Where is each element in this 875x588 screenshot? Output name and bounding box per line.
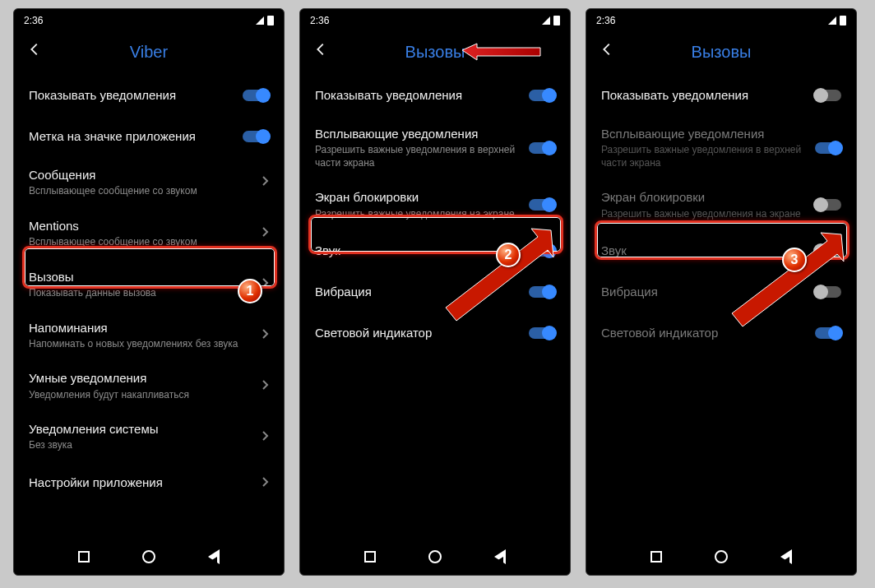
back-button[interactable]: [598, 40, 618, 63]
row-subtitle: Разрешить важные уведомления в верхней ч…: [315, 144, 529, 169]
chevron-right-icon: [261, 475, 269, 492]
toggle-switch: [815, 245, 841, 257]
row-title: Всплывающие уведомления: [601, 126, 815, 142]
nav-recent-button[interactable]: [650, 551, 662, 563]
row-title: Световой индикатор: [315, 325, 529, 341]
signal-icon: [256, 16, 264, 25]
signal-icon: [828, 16, 836, 25]
settings-row[interactable]: Световой индикатор: [300, 313, 570, 354]
page-title: Вызовы: [586, 43, 856, 62]
settings-row[interactable]: Всплывающие уведомленияРазрешить важные …: [300, 116, 570, 179]
settings-row[interactable]: Уведомления системыБез звука: [14, 411, 284, 462]
signal-icon: [542, 16, 550, 25]
row-subtitle: Разрешить важные уведомления в верхней ч…: [601, 144, 815, 169]
row-title: Всплывающие уведомления: [315, 126, 529, 142]
toggle-switch[interactable]: [529, 90, 555, 101]
row-subtitle: Всплывающее сообщение со звуком: [29, 185, 261, 198]
nav-bar: [14, 539, 284, 575]
toggle-switch: [815, 327, 841, 339]
back-button[interactable]: [312, 40, 331, 63]
row-title: Уведомления системы: [29, 421, 261, 438]
row-title: Экран блокировки: [601, 189, 815, 206]
nav-back-button[interactable]: [494, 549, 506, 564]
settings-row[interactable]: Экран блокировкиРазрешить важные уведомл…: [586, 179, 856, 230]
settings-row[interactable]: Звук: [300, 230, 570, 271]
toggle-switch[interactable]: [529, 199, 555, 211]
step-badge-1: 1: [238, 279, 262, 303]
status-time: 2:36: [310, 15, 329, 26]
settings-row[interactable]: Показывать уведомления: [14, 75, 284, 116]
row-title: Показывать уведомления: [601, 87, 815, 104]
row-title: Настройки приложения: [29, 475, 261, 491]
row-subtitle: Напоминать о новых уведомлениях без звук…: [29, 338, 261, 351]
settings-list: Показывать уведомленияМетка на значке пр…: [14, 72, 284, 539]
status-icons: [542, 16, 560, 25]
row-title: Экран блокировки: [315, 189, 529, 206]
settings-row[interactable]: Вибрация: [300, 271, 570, 313]
settings-row[interactable]: Звук: [586, 230, 856, 271]
row-title: Mentions: [29, 218, 261, 234]
header: Вызовы: [586, 32, 856, 72]
settings-row[interactable]: Показывать уведомления: [586, 75, 856, 116]
row-title: Световой индикатор: [601, 325, 815, 341]
chevron-right-icon: [261, 428, 269, 446]
step-badge-2: 2: [496, 243, 521, 267]
settings-row[interactable]: Настройки приложения: [14, 462, 284, 503]
header: Вызовы: [300, 32, 570, 72]
settings-row[interactable]: Умные уведомленияУведомления будут накап…: [14, 360, 284, 411]
settings-row[interactable]: Показывать уведомления: [300, 75, 570, 116]
phone-screen-2: 2:36 Вызовы Показывать уведомленияВсплыв…: [299, 8, 571, 576]
row-subtitle: Показывать данные вызова: [29, 287, 261, 300]
nav-home-button[interactable]: [428, 550, 442, 563]
nav-recent-button[interactable]: [78, 551, 90, 563]
battery-icon: [840, 16, 846, 25]
status-bar: 2:36: [586, 9, 856, 32]
settings-row[interactable]: Метка на значке приложения: [14, 116, 284, 157]
chevron-right-icon: [261, 225, 269, 242]
page-title: Viber: [14, 43, 284, 62]
row-subtitle: Без звука: [29, 439, 261, 452]
toggle-switch: [815, 199, 841, 211]
toggle-switch[interactable]: [815, 90, 841, 101]
row-title: Метка на значке приложения: [29, 128, 243, 145]
status-icons: [256, 16, 274, 25]
nav-back-button[interactable]: [780, 549, 792, 564]
nav-recent-button[interactable]: [364, 551, 376, 563]
step-badge-3: 3: [782, 248, 807, 272]
row-title: Сообщения: [29, 167, 261, 183]
settings-row[interactable]: Световой индикатор: [586, 313, 856, 354]
status-time: 2:36: [596, 15, 615, 26]
settings-row[interactable]: Экран блокировкиРазрешить важные уведомл…: [300, 179, 570, 230]
nav-back-button[interactable]: [208, 549, 220, 564]
battery-icon: [267, 16, 274, 25]
chevron-right-icon: [261, 174, 269, 191]
toggle-switch: [815, 142, 841, 154]
nav-bar: [300, 539, 570, 575]
toggle-switch[interactable]: [529, 286, 555, 298]
row-title: Показывать уведомления: [29, 87, 243, 104]
chevron-right-icon: [261, 377, 269, 395]
row-title: Умные уведомления: [29, 370, 261, 387]
back-button[interactable]: [25, 40, 45, 63]
settings-row[interactable]: Вибрация: [586, 271, 856, 313]
row-subtitle: Разрешить важные уведомления на экране: [601, 208, 815, 221]
status-time: 2:36: [24, 15, 43, 26]
nav-home-button[interactable]: [142, 550, 155, 563]
settings-row[interactable]: MentionsВсплывающее сообщение со звуком: [14, 208, 284, 259]
page-title: Вызовы: [300, 43, 570, 62]
settings-row[interactable]: Всплывающие уведомленияРазрешить важные …: [586, 116, 856, 179]
chevron-right-icon: [261, 326, 269, 344]
settings-row[interactable]: СообщенияВсплывающее сообщение со звуком: [14, 157, 284, 208]
row-title: Напоминания: [29, 320, 261, 336]
nav-bar: [586, 539, 856, 575]
settings-list: Показывать уведомленияВсплывающие уведом…: [300, 72, 570, 539]
row-subtitle: Уведомления будут накапливаться: [29, 389, 261, 402]
toggle-switch[interactable]: [243, 90, 269, 101]
toggle-switch[interactable]: [529, 142, 555, 154]
settings-row[interactable]: НапоминанияНапоминать о новых уведомлени…: [14, 310, 284, 361]
nav-home-button[interactable]: [715, 550, 728, 563]
toggle-switch[interactable]: [529, 245, 555, 257]
row-title: Вибрация: [315, 284, 529, 300]
toggle-switch[interactable]: [529, 327, 555, 339]
toggle-switch[interactable]: [243, 131, 269, 142]
